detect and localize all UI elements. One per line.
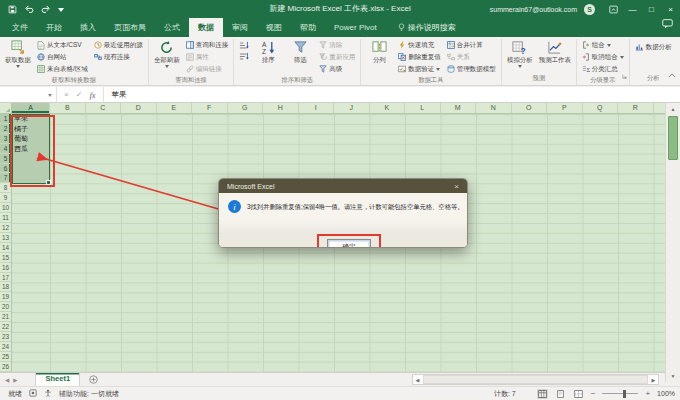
- column-header-G[interactable]: G: [228, 103, 264, 113]
- row-header-23[interactable]: 23: [0, 332, 11, 342]
- tab-data[interactable]: 数据: [189, 18, 223, 37]
- column-header-O[interactable]: O: [512, 103, 548, 113]
- row-header-12[interactable]: 12: [0, 223, 11, 233]
- tab-insert[interactable]: 插入: [71, 18, 105, 37]
- row-header-22[interactable]: 22: [0, 322, 11, 332]
- name-box[interactable]: [0, 87, 57, 103]
- cancel-entry-icon[interactable]: ×: [64, 90, 69, 99]
- dialog-close-icon[interactable]: ×: [454, 182, 459, 191]
- column-header-E[interactable]: E: [157, 103, 193, 113]
- column-header-J[interactable]: J: [334, 103, 370, 113]
- flash-fill-button[interactable]: 快速填充: [396, 39, 443, 51]
- insert-function-button[interactable]: fx: [89, 90, 95, 100]
- avatar[interactable]: S: [584, 4, 595, 15]
- row-header-19[interactable]: 19: [0, 292, 11, 302]
- forecast-sheet-button[interactable]: 预测工作表: [537, 39, 573, 64]
- row-header-10[interactable]: 10: [0, 203, 11, 213]
- customize-qat-button[interactable]: [58, 7, 64, 12]
- filter-button[interactable]: 筛选: [285, 39, 315, 64]
- row-header-18[interactable]: 18: [0, 282, 11, 292]
- minimize-button[interactable]: —: [623, 0, 642, 18]
- account-email[interactable]: summerain67@outlook.com: [490, 6, 577, 13]
- advanced-filter-button[interactable]: 高级: [317, 63, 357, 75]
- column-header-N[interactable]: N: [476, 103, 512, 113]
- existing-connections-button[interactable]: 现有连接: [92, 51, 145, 63]
- column-header-D[interactable]: D: [121, 103, 157, 113]
- vertical-scroll-thumb[interactable]: [668, 116, 678, 160]
- tell-me-box[interactable]: 操作说明搜索: [398, 18, 456, 37]
- vertical-scrollbar[interactable]: ▲ ▼: [665, 103, 680, 382]
- tab-review[interactable]: 审阅: [223, 18, 257, 37]
- page-break-view-button[interactable]: [573, 389, 584, 399]
- tab-view[interactable]: 视图: [257, 18, 291, 37]
- tab-power-pivot[interactable]: Power Pivot: [325, 18, 386, 37]
- zoom-level[interactable]: 100%: [657, 390, 675, 397]
- row-header-24[interactable]: 24: [0, 342, 11, 352]
- column-header-H[interactable]: H: [263, 103, 299, 113]
- data-analysis-button[interactable]: 数据分析: [633, 41, 674, 53]
- formula-bar-value[interactable]: 苹果: [104, 90, 127, 100]
- row-header-26[interactable]: 26: [0, 362, 11, 372]
- outline-dialog-launcher[interactable]: [622, 65, 627, 83]
- ungroup-button[interactable]: 取消组合: [580, 51, 626, 63]
- row-header-25[interactable]: 25: [0, 352, 11, 362]
- group-button[interactable]: 组合: [580, 39, 626, 51]
- undo-button[interactable]: [24, 5, 34, 13]
- tab-home[interactable]: 开始: [37, 18, 71, 37]
- sort-descending-button[interactable]: [237, 51, 251, 62]
- row-header-15[interactable]: 15: [0, 253, 11, 263]
- column-header-S[interactable]: S: [654, 103, 666, 113]
- row-header-9[interactable]: 9: [0, 193, 11, 203]
- sort-ascending-button[interactable]: [237, 40, 251, 51]
- collapse-ribbon-button[interactable]: [668, 64, 676, 82]
- subtotal-button[interactable]: Σ 分类汇总: [580, 63, 626, 75]
- sort-button[interactable]: AZ 排序: [253, 39, 283, 64]
- normal-view-button[interactable]: [537, 389, 548, 399]
- from-web-button[interactable]: 自网站: [35, 51, 90, 63]
- column-header-A[interactable]: A: [12, 103, 50, 113]
- row-header-14[interactable]: 14: [0, 243, 11, 253]
- column-header-P[interactable]: P: [547, 103, 583, 113]
- scroll-down-icon[interactable]: ▼: [666, 371, 680, 381]
- column-header-B[interactable]: B: [50, 103, 86, 113]
- column-header-R[interactable]: R: [618, 103, 654, 113]
- row-header-21[interactable]: 21: [0, 312, 11, 322]
- row-header-20[interactable]: 20: [0, 302, 11, 312]
- column-header-L[interactable]: L: [405, 103, 441, 113]
- ribbon-display-options-button[interactable]: [604, 0, 623, 18]
- zoom-slider[interactable]: [602, 393, 638, 394]
- confirm-entry-icon[interactable]: ✓: [76, 90, 83, 99]
- scroll-right-icon[interactable]: ▶: [649, 377, 658, 383]
- scroll-left-icon[interactable]: ◀: [413, 377, 422, 383]
- accessibility-icon[interactable]: [44, 389, 52, 398]
- manage-data-model-button[interactable]: 管理数据模型: [445, 63, 498, 75]
- tab-formulas[interactable]: 公式: [155, 18, 189, 37]
- redo-button[interactable]: [41, 5, 51, 13]
- page-layout-view-button[interactable]: [555, 389, 566, 399]
- comments-icon[interactable]: [662, 15, 673, 33]
- horizontal-scroll-thumb[interactable]: [423, 375, 648, 384]
- column-header-M[interactable]: M: [441, 103, 477, 113]
- sheet-nav-arrows[interactable]: ◀▶: [5, 377, 21, 383]
- horizontal-scrollbar[interactable]: ◀ ▶: [412, 374, 659, 385]
- select-all-corner[interactable]: [0, 103, 12, 114]
- data-validation-button[interactable]: 数据验证: [396, 63, 443, 75]
- accessibility-status[interactable]: 辅助功能: 一切就绪: [59, 389, 119, 399]
- column-header-I[interactable]: I: [299, 103, 335, 113]
- row-header-16[interactable]: 16: [0, 263, 11, 273]
- zoom-slider-thumb[interactable]: [623, 390, 626, 398]
- refresh-all-button[interactable]: 全部刷新: [152, 39, 182, 68]
- text-to-columns-button[interactable]: 分列: [364, 39, 394, 64]
- column-header-C[interactable]: C: [86, 103, 122, 113]
- get-data-button[interactable]: 获取数据: [3, 39, 33, 68]
- from-text-csv-button[interactable]: 从文本/CSV: [35, 39, 90, 51]
- consolidate-button[interactable]: 合并计算: [445, 39, 498, 51]
- column-header-F[interactable]: F: [192, 103, 228, 113]
- row-header-13[interactable]: 13: [0, 233, 11, 243]
- save-button[interactable]: [8, 5, 17, 14]
- zoom-out-button[interactable]: −: [591, 390, 596, 398]
- dialog-title-bar[interactable]: Microsoft Excel ×: [219, 179, 467, 193]
- from-table-range-button[interactable]: 来自表格/区域: [35, 63, 90, 75]
- remove-duplicates-button[interactable]: 删除重复值: [396, 51, 443, 63]
- new-sheet-button[interactable]: [89, 375, 98, 384]
